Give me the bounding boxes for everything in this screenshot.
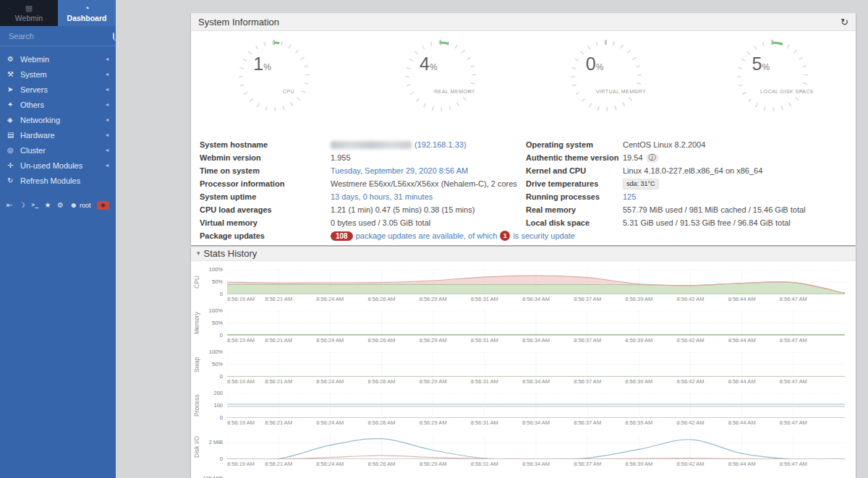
user-menu[interactable]: ☻root — [69, 202, 90, 209]
collapse-icon[interactable]: ⇤ — [7, 202, 12, 209]
chart-axis-name: Disk I/O — [192, 433, 201, 461]
info-column-left: System hostname(192.168.1.33)Webmin vers… — [200, 138, 526, 242]
info-link[interactable]: (192.168.1.33) — [414, 140, 467, 149]
chevron-left-icon: ◂ — [106, 132, 109, 138]
y-tick: 0 — [201, 374, 223, 380]
y-tick: 50% — [201, 362, 223, 367]
sidebar-item-cluster[interactable]: ◎Cluster◂ — [0, 142, 116, 158]
chart-swap: Swap100%50%08:56:19 AM8:56:21 AM8:56:24 … — [191, 351, 856, 392]
info-text: 5.31 GiB used / 91.53 GiB free / 96.84 G… — [623, 218, 791, 227]
gauge-icon: ◔ — [85, 4, 90, 12]
chart-canvas — [227, 352, 845, 377]
x-tick: 8:56:39 AM — [625, 296, 652, 302]
info-value: Westmere E56xx/L56xx/X56xx (Nehalem-C), … — [331, 179, 517, 188]
sidebar-item-servers[interactable]: ➤Servers◂ — [0, 82, 116, 97]
x-tick: 8:56:26 AM — [368, 379, 396, 385]
search-input[interactable] — [7, 31, 113, 41]
info-link[interactable]: 125 — [623, 192, 636, 201]
x-tick: 8:56:31 AM — [471, 420, 498, 426]
info-link[interactable]: Tuesday, September 29, 2020 8:56 AM — [331, 166, 468, 175]
x-tick: 8:56:44 AM — [728, 379, 756, 385]
gauge-value: 4% — [368, 55, 438, 73]
x-tick: 8:56:31 AM — [471, 296, 498, 302]
info-link[interactable]: 13 days, 0 hours, 31 minutes — [331, 192, 433, 201]
count-badge: 108 — [331, 231, 353, 241]
x-axis: 8:56:19 AM8:56:21 AM8:56:24 AM8:56:26 AM… — [227, 379, 845, 386]
logout-button[interactable]: ◉ — [97, 201, 109, 210]
sidebar-item-un-used-modules[interactable]: ✛Un-used Modules◂ — [0, 158, 116, 173]
sidebar-item-hardware[interactable]: ▤Hardware◂ — [0, 127, 116, 142]
x-tick: 8:56:34 AM — [522, 420, 550, 426]
y-tick: 0 — [201, 415, 223, 421]
x-tick: 8:56:26 AM — [368, 461, 396, 467]
main-content: System Information ↻ 1%CPU4%REAL MEMORY0… — [116, 0, 868, 478]
info-value: 557.79 MiB used / 981 MiB cached / 15.46… — [623, 205, 806, 214]
count-badge: 1 — [500, 231, 510, 241]
info-row-running-processes: Running processes125 — [526, 190, 847, 203]
info-value: 5.31 GiB used / 91.53 GiB free / 96.84 G… — [623, 218, 791, 227]
sidebar-item-system[interactable]: ⚒System◂ — [0, 67, 116, 82]
x-tick: 8:56:44 AM — [728, 461, 756, 467]
gauge-ring — [397, 33, 484, 119]
sidebar-item-networking[interactable]: ◈Networking◂ — [0, 112, 116, 127]
stats-history-header[interactable]: ▾ Stats History — [191, 247, 856, 261]
y-tick: 50% — [201, 279, 223, 285]
search-icon[interactable] — [113, 33, 114, 39]
tab-webmin-label: Webmin — [15, 14, 43, 22]
drive-icon: ▤ — [7, 131, 20, 139]
info-text: CentOS Linux 8.2.2004 — [623, 140, 705, 149]
sidebar-item-label: Webmin — [20, 55, 106, 64]
chevron-left-icon: ◂ — [106, 56, 109, 62]
x-tick: 8:56:29 AM — [420, 379, 447, 385]
sidebar-item-refresh-modules[interactable]: ↻Refresh Modules — [0, 173, 116, 188]
tab-webmin[interactable]: ▦ Webmin — [0, 0, 58, 26]
x-tick: 8:56:42 AM — [677, 420, 705, 426]
x-tick: 8:56:34 AM — [522, 338, 550, 343]
x-tick: 8:56:29 AM — [420, 461, 447, 467]
x-tick: 8:56:26 AM — [368, 338, 396, 343]
info-label: Kernel and CPU — [526, 166, 623, 175]
info-value: sda: 31°C — [623, 179, 659, 189]
x-tick: 8:56:37 AM — [574, 296, 601, 302]
info-text: Westmere E56xx/L56xx/X56xx (Nehalem-C), … — [331, 179, 517, 188]
username-label: root — [80, 202, 91, 209]
sidebar: ▦ Webmin ◔ Dashboard ⚙Webmin◂⚒System◂➤Se… — [0, 0, 116, 478]
y-tick: 100% — [201, 349, 223, 355]
tools-icon: ✦ — [7, 101, 20, 108]
sidebar-item-others[interactable]: ✦Others◂ — [0, 97, 116, 112]
chart-memory: Memory100%50%08:56:19 AM8:56:21 AM8:56:2… — [191, 310, 856, 351]
info-link[interactable]: package updates are available, of which — [356, 231, 498, 240]
settings-icon[interactable]: ⚙ — [57, 202, 64, 209]
chart-process: Process20010008:56:19 AM8:56:21 AM8:56:2… — [191, 392, 856, 433]
refresh-icon[interactable]: ↻ — [841, 17, 848, 27]
wrench-icon: ⚒ — [7, 70, 20, 78]
sidebar-footer: ⇤☽>_★⚙☻root◉ — [0, 201, 116, 210]
sidebar-item-webmin[interactable]: ⚙Webmin◂ — [0, 51, 116, 67]
tab-dashboard[interactable]: ◔ Dashboard — [58, 0, 116, 26]
x-tick: 8:56:44 AM — [728, 338, 756, 343]
drive-temp-badge: sda: 31°C — [623, 179, 659, 189]
gauge-label: CPU — [238, 89, 339, 94]
terminal-icon[interactable]: >_ — [31, 202, 38, 208]
x-tick: 8:56:39 AM — [625, 379, 652, 385]
favorites-icon[interactable]: ★ — [45, 202, 51, 209]
sidebar-item-label: Servers — [20, 85, 106, 94]
info-text: 557.79 MiB used / 981 MiB cached / 15.46… — [623, 205, 806, 214]
info-text: 0 bytes used / 3.05 GiB total — [331, 218, 430, 227]
y-tick: 0 — [201, 333, 223, 338]
shield-icon: ◈ — [7, 116, 20, 124]
x-tick: 8:56:47 AM — [780, 461, 807, 467]
info-text: 1.955 — [331, 153, 351, 162]
chevron-down-icon: ▾ — [197, 250, 200, 257]
x-tick: 8:56:31 AM — [471, 379, 498, 385]
night-mode-icon[interactable]: ☽ — [19, 202, 25, 209]
send-icon: ➤ — [7, 85, 20, 93]
info-label: Running processes — [526, 192, 623, 201]
page-title: System Information — [198, 17, 841, 27]
gauge-virtual-memory: 0%VIRTUAL MEMORY — [534, 31, 678, 132]
chevron-left-icon: ◂ — [106, 101, 109, 108]
x-tick: 8:56:34 AM — [522, 296, 550, 302]
info-value: 125 — [623, 192, 636, 201]
x-tick: 8:56:26 AM — [368, 296, 396, 302]
x-tick: 8:56:47 AM — [780, 338, 807, 343]
